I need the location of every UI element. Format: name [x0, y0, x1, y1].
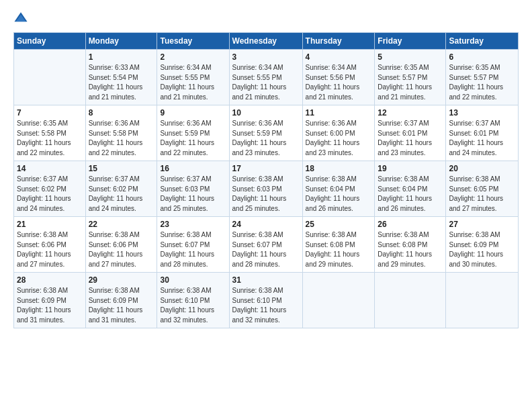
cell-4-1: 21Sunrise: 6:38 AMSunset: 6:06 PMDayligh…	[14, 217, 86, 273]
cell-4-4: 24Sunrise: 6:38 AMSunset: 6:07 PMDayligh…	[229, 217, 302, 273]
day-detail: Sunrise: 6:34 AMSunset: 5:56 PMDaylight:…	[306, 63, 372, 102]
day-detail: Sunrise: 6:37 AMSunset: 6:01 PMDaylight:…	[449, 119, 515, 158]
day-number: 4	[306, 52, 372, 62]
day-number: 29	[89, 275, 154, 285]
cell-1-3: 2Sunrise: 6:34 AMSunset: 5:55 PMDaylight…	[157, 50, 229, 105]
day-number: 18	[306, 164, 372, 173]
logo	[13, 11, 31, 26]
cell-1-7: 6Sunrise: 6:35 AMSunset: 5:57 PMDaylight…	[446, 50, 519, 105]
day-number: 14	[17, 164, 83, 173]
day-detail: Sunrise: 6:36 AMSunset: 5:59 PMDaylight:…	[232, 119, 300, 158]
cell-3-2: 15Sunrise: 6:37 AMSunset: 6:02 PMDayligh…	[85, 161, 157, 217]
day-number: 11	[306, 108, 372, 118]
day-number: 23	[160, 220, 226, 229]
cell-3-5: 18Sunrise: 6:38 AMSunset: 6:04 PMDayligh…	[302, 161, 375, 217]
header-row: SundayMondayTuesdayWednesdayThursdayFrid…	[14, 33, 519, 50]
day-detail: Sunrise: 6:34 AMSunset: 5:55 PMDaylight:…	[160, 63, 226, 102]
calendar-table: SundayMondayTuesdayWednesdayThursdayFrid…	[13, 32, 519, 328]
cell-2-6: 12Sunrise: 6:37 AMSunset: 6:01 PMDayligh…	[375, 105, 446, 161]
day-detail: Sunrise: 6:36 AMSunset: 5:58 PMDaylight:…	[89, 119, 154, 158]
day-detail: Sunrise: 6:38 AMSunset: 6:08 PMDaylight:…	[306, 230, 372, 269]
cell-3-1: 14Sunrise: 6:37 AMSunset: 6:02 PMDayligh…	[14, 161, 86, 217]
day-number: 16	[160, 164, 226, 173]
cell-2-7: 13Sunrise: 6:37 AMSunset: 6:01 PMDayligh…	[446, 105, 519, 161]
day-detail: Sunrise: 6:37 AMSunset: 6:02 PMDaylight:…	[17, 175, 83, 214]
cell-4-3: 23Sunrise: 6:38 AMSunset: 6:07 PMDayligh…	[157, 217, 229, 273]
day-number: 25	[306, 220, 372, 229]
week-row-1: 1Sunrise: 6:33 AMSunset: 5:54 PMDaylight…	[14, 50, 519, 105]
week-row-5: 28Sunrise: 6:38 AMSunset: 6:09 PMDayligh…	[14, 273, 519, 328]
cell-2-2: 8Sunrise: 6:36 AMSunset: 5:58 PMDaylight…	[85, 105, 157, 161]
day-number: 3	[232, 52, 300, 62]
day-number: 24	[232, 220, 300, 229]
day-number: 7	[17, 108, 83, 118]
day-detail: Sunrise: 6:37 AMSunset: 6:02 PMDaylight:…	[89, 175, 154, 214]
page: SundayMondayTuesdayWednesdayThursdayFrid…	[0, 0, 532, 411]
col-header-thursday: Thursday	[302, 33, 375, 50]
day-number: 13	[449, 108, 515, 118]
day-detail: Sunrise: 6:38 AMSunset: 6:06 PMDaylight:…	[17, 230, 83, 269]
day-number: 12	[378, 108, 443, 118]
col-header-monday: Monday	[85, 33, 157, 50]
cell-1-1	[14, 50, 86, 105]
cell-2-1: 7Sunrise: 6:35 AMSunset: 5:58 PMDaylight…	[14, 105, 86, 161]
col-header-saturday: Saturday	[446, 33, 519, 50]
col-header-sunday: Sunday	[14, 33, 86, 50]
day-number: 8	[89, 108, 154, 118]
header	[13, 11, 519, 26]
cell-2-3: 9Sunrise: 6:36 AMSunset: 5:59 PMDaylight…	[157, 105, 229, 161]
cell-3-3: 16Sunrise: 6:37 AMSunset: 6:03 PMDayligh…	[157, 161, 229, 217]
cell-3-4: 17Sunrise: 6:38 AMSunset: 6:03 PMDayligh…	[229, 161, 302, 217]
logo-icon	[13, 11, 28, 26]
day-number: 6	[449, 52, 515, 62]
day-detail: Sunrise: 6:35 AMSunset: 5:57 PMDaylight:…	[378, 63, 443, 102]
cell-1-4: 3Sunrise: 6:34 AMSunset: 5:55 PMDaylight…	[229, 50, 302, 105]
week-row-4: 21Sunrise: 6:38 AMSunset: 6:06 PMDayligh…	[14, 217, 519, 273]
day-number: 20	[449, 164, 515, 173]
day-number: 21	[17, 220, 83, 229]
day-detail: Sunrise: 6:37 AMSunset: 6:03 PMDaylight:…	[160, 175, 226, 214]
day-detail: Sunrise: 6:38 AMSunset: 6:09 PMDaylight:…	[17, 286, 83, 325]
day-detail: Sunrise: 6:38 AMSunset: 6:09 PMDaylight:…	[89, 286, 154, 325]
day-detail: Sunrise: 6:38 AMSunset: 6:05 PMDaylight:…	[449, 175, 515, 214]
cell-5-5	[302, 273, 375, 328]
cell-5-6	[375, 273, 446, 328]
cell-5-7	[446, 273, 519, 328]
cell-5-3: 30Sunrise: 6:38 AMSunset: 6:10 PMDayligh…	[157, 273, 229, 328]
day-number: 27	[449, 220, 515, 229]
cell-2-4: 10Sunrise: 6:36 AMSunset: 5:59 PMDayligh…	[229, 105, 302, 161]
day-number: 26	[378, 220, 443, 229]
day-number: 2	[160, 52, 226, 62]
day-detail: Sunrise: 6:38 AMSunset: 6:08 PMDaylight:…	[378, 230, 443, 269]
day-detail: Sunrise: 6:35 AMSunset: 5:58 PMDaylight:…	[17, 119, 83, 158]
cell-1-2: 1Sunrise: 6:33 AMSunset: 5:54 PMDaylight…	[85, 50, 157, 105]
cell-1-6: 5Sunrise: 6:35 AMSunset: 5:57 PMDaylight…	[375, 50, 446, 105]
day-number: 31	[232, 275, 300, 285]
day-detail: Sunrise: 6:38 AMSunset: 6:06 PMDaylight:…	[89, 230, 154, 269]
day-number: 9	[160, 108, 226, 118]
day-detail: Sunrise: 6:38 AMSunset: 6:10 PMDaylight:…	[232, 286, 300, 325]
day-detail: Sunrise: 6:35 AMSunset: 5:57 PMDaylight:…	[449, 63, 515, 102]
cell-5-1: 28Sunrise: 6:38 AMSunset: 6:09 PMDayligh…	[14, 273, 86, 328]
day-number: 17	[232, 164, 300, 173]
col-header-wednesday: Wednesday	[229, 33, 302, 50]
cell-4-5: 25Sunrise: 6:38 AMSunset: 6:08 PMDayligh…	[302, 217, 375, 273]
cell-3-6: 19Sunrise: 6:38 AMSunset: 6:04 PMDayligh…	[375, 161, 446, 217]
cell-2-5: 11Sunrise: 6:36 AMSunset: 6:00 PMDayligh…	[302, 105, 375, 161]
day-detail: Sunrise: 6:37 AMSunset: 6:01 PMDaylight:…	[378, 119, 443, 158]
cell-4-6: 26Sunrise: 6:38 AMSunset: 6:08 PMDayligh…	[375, 217, 446, 273]
day-detail: Sunrise: 6:38 AMSunset: 6:04 PMDaylight:…	[306, 175, 372, 214]
week-row-2: 7Sunrise: 6:35 AMSunset: 5:58 PMDaylight…	[14, 105, 519, 161]
day-number: 30	[160, 275, 226, 285]
col-header-tuesday: Tuesday	[157, 33, 229, 50]
day-number: 15	[89, 164, 154, 173]
day-number: 22	[89, 220, 154, 229]
day-detail: Sunrise: 6:38 AMSunset: 6:10 PMDaylight:…	[160, 286, 226, 325]
day-detail: Sunrise: 6:38 AMSunset: 6:07 PMDaylight:…	[160, 230, 226, 269]
day-detail: Sunrise: 6:34 AMSunset: 5:55 PMDaylight:…	[232, 63, 300, 102]
day-detail: Sunrise: 6:38 AMSunset: 6:09 PMDaylight:…	[449, 230, 515, 269]
col-header-friday: Friday	[375, 33, 446, 50]
cell-1-5: 4Sunrise: 6:34 AMSunset: 5:56 PMDaylight…	[302, 50, 375, 105]
day-number: 10	[232, 108, 300, 118]
day-detail: Sunrise: 6:38 AMSunset: 6:04 PMDaylight:…	[378, 175, 443, 214]
